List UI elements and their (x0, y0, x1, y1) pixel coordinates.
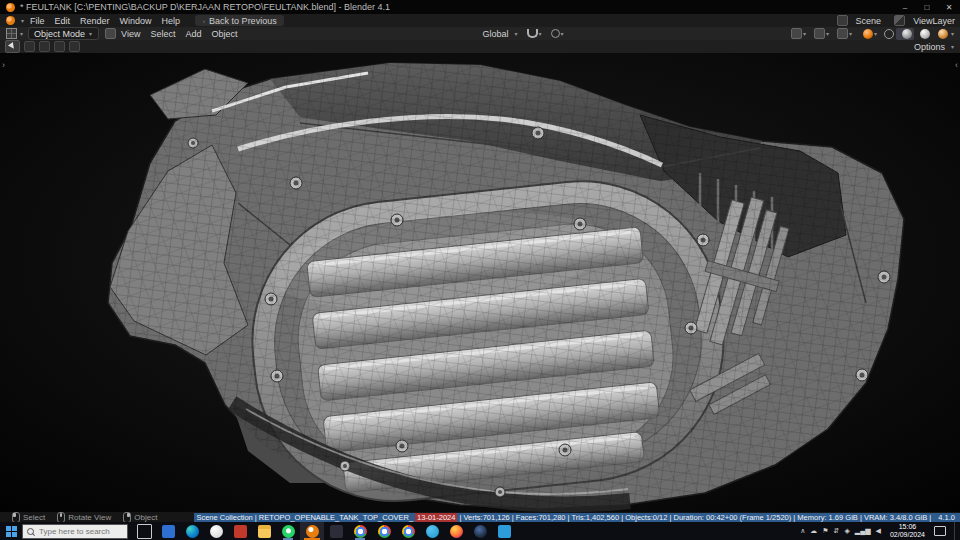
search-icon (27, 528, 34, 535)
sidebar-toggle-icon[interactable]: ‹ (955, 60, 958, 70)
minimize-button[interactable]: – (894, 0, 916, 14)
transform-orientation-selector[interactable]: Global (482, 29, 508, 39)
proportional-caret-icon[interactable]: ▾ (561, 30, 564, 37)
3d-viewport[interactable]: › ‹ (0, 53, 960, 512)
system-tray: ∧ ☁ ⚑ ⇵ ◈ ▂▄▆ ◀ 15:06 02/09/2024 (800, 522, 960, 540)
firefox-button[interactable] (444, 522, 468, 540)
browser-button[interactable] (204, 522, 228, 540)
blender-menu-icon[interactable] (6, 16, 15, 25)
chrome-button-1[interactable] (348, 522, 372, 540)
blender-menu-caret-icon[interactable]: ▾ (21, 17, 24, 24)
chrome-button-3[interactable] (396, 522, 420, 540)
gizmos-caret-icon[interactable]: ▾ (826, 30, 829, 37)
mode-options-icon[interactable] (105, 28, 116, 39)
volume-icon[interactable]: ◀ (876, 527, 881, 535)
windows-taskbar: ∧ ☁ ⚑ ⇵ ◈ ▂▄▆ ◀ 15:06 02/09/2024 (0, 522, 960, 540)
edge-button[interactable] (180, 522, 204, 540)
options-dropdown[interactable]: Options (914, 42, 945, 52)
menu-add[interactable]: Add (185, 29, 201, 39)
windows-logo-icon (6, 526, 17, 537)
whatsapp-button[interactable] (276, 522, 300, 540)
tray-cloud-icon[interactable]: ☁ (810, 527, 817, 535)
menu-render[interactable]: Render (80, 16, 110, 26)
mail-app-button[interactable] (156, 522, 180, 540)
tray-chevron-icon[interactable]: ∧ (800, 527, 805, 535)
menu-window[interactable]: Window (120, 16, 152, 26)
close-button[interactable]: ✕ (938, 0, 960, 14)
menu-edit[interactable]: Edit (55, 16, 71, 26)
toolbar-toggle-icon[interactable]: › (2, 60, 5, 70)
tool-option-icon-3[interactable] (54, 41, 65, 52)
show-desktop-button[interactable] (954, 522, 958, 540)
menu-object[interactable]: Object (211, 29, 237, 39)
mode-selector[interactable]: Object Mode ▾ (28, 27, 99, 40)
snap-magnet-icon[interactable] (527, 29, 538, 38)
visibility-toggle-icon[interactable] (791, 28, 802, 39)
scene-statistics: Scene Collection | RETOPO_OPENABLE_TANK_… (194, 513, 960, 522)
matcap-caret-icon[interactable]: ▾ (874, 30, 877, 37)
network-signal-icon[interactable]: ▂▄▆ (855, 527, 871, 535)
tray-gem-icon[interactable]: ◈ (844, 527, 849, 535)
clock-time: 15:06 (899, 523, 917, 531)
menu-help[interactable]: Help (162, 16, 181, 26)
mouse-right-icon (123, 512, 131, 523)
editor-type-icon[interactable] (6, 28, 17, 39)
orientation-caret-icon[interactable]: ▾ (514, 30, 517, 37)
active-tool-icon[interactable] (5, 40, 20, 53)
proportional-editing-icon[interactable] (551, 29, 560, 38)
telegram-button[interactable] (420, 522, 444, 540)
menu-file[interactable]: File (30, 16, 45, 26)
vscode-button[interactable] (492, 522, 516, 540)
mode-label: Object Mode (34, 29, 85, 39)
scene-icon (837, 15, 848, 26)
dark-app-button[interactable] (324, 522, 348, 540)
chrome-button-2[interactable] (372, 522, 396, 540)
browser-icon (210, 525, 223, 538)
file-explorer-button[interactable] (252, 522, 276, 540)
edge-icon (186, 525, 199, 538)
taskbar-apps (132, 522, 516, 540)
overlays-caret-icon[interactable]: ▾ (849, 30, 852, 37)
shading-caret-icon[interactable]: ▾ (951, 30, 954, 37)
hint-object: Object (123, 512, 157, 523)
action-center-icon[interactable] (934, 526, 946, 536)
shading-material-button[interactable] (914, 28, 932, 40)
window-titlebar: * FEULTANK [C:\PENTING\BACKUP D\KERJAAN … (0, 0, 960, 14)
back-to-previous-button[interactable]: ‹ Back to Previous (195, 15, 284, 26)
options-caret-icon[interactable]: ▾ (951, 43, 954, 50)
tool-option-icon-2[interactable] (39, 41, 50, 52)
shading-wireframe-button[interactable] (878, 28, 896, 40)
snap-caret-icon[interactable]: ▾ (539, 30, 542, 37)
viewport-header: ▾ Object Mode ▾ View Select Add Object G… (0, 27, 960, 41)
viewlayer-selector[interactable]: ViewLayer (913, 16, 955, 26)
start-button[interactable] (0, 522, 22, 540)
editor-type-caret-icon[interactable]: ▾ (20, 30, 23, 37)
shading-rendered-button[interactable] (932, 28, 950, 40)
matcap-sphere-icon[interactable] (863, 29, 873, 39)
visibility-caret-icon[interactable]: ▾ (803, 30, 806, 37)
steam-button[interactable] (468, 522, 492, 540)
tray-flag-icon[interactable]: ⚑ (822, 527, 828, 535)
search-input[interactable] (37, 526, 121, 537)
tool-settings-bar: Options ▾ (0, 40, 960, 54)
menu-view[interactable]: View (121, 29, 140, 39)
tool-option-icon-4[interactable] (69, 41, 80, 52)
hint-rotate-view: Rotate View (57, 512, 111, 523)
taskbar-clock[interactable]: 15:06 02/09/2024 (886, 523, 929, 539)
blender-taskbar-button[interactable] (300, 522, 324, 540)
overlays-toggle-icon[interactable] (837, 28, 848, 39)
menu-select[interactable]: Select (150, 29, 175, 39)
back-label: Back to Previous (209, 16, 277, 26)
tool-option-icon-1[interactable] (24, 41, 35, 52)
tray-updown-icon[interactable]: ⇵ (834, 527, 840, 535)
scene-selector[interactable]: Scene (856, 16, 882, 26)
task-view-button[interactable] (132, 522, 156, 540)
red-app-button[interactable] (228, 522, 252, 540)
window-title: * FEULTANK [C:\PENTING\BACKUP D\KERJAAN … (20, 2, 390, 12)
maximize-button[interactable]: □ (916, 0, 938, 14)
gizmos-toggle-icon[interactable] (814, 28, 825, 39)
wireframe-sphere-icon (884, 29, 894, 39)
chrome-icon-3 (402, 525, 415, 538)
shading-solid-button[interactable] (896, 28, 914, 40)
taskbar-search[interactable] (22, 524, 128, 539)
